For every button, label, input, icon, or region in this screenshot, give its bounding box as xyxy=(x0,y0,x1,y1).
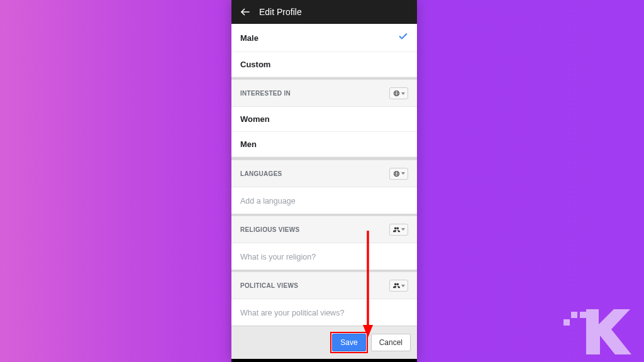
save-button[interactable]: Save xyxy=(332,334,365,351)
language-input[interactable] xyxy=(240,197,408,206)
chevron-down-icon xyxy=(401,228,405,231)
back-button[interactable] xyxy=(238,4,253,19)
stage: Edit Profile Male Custom INTERESTED IN xyxy=(0,0,644,362)
cancel-button[interactable]: Cancel xyxy=(371,334,411,351)
profile-form: Male Custom INTERESTED IN Women Me xyxy=(231,24,417,359)
privacy-selector-interested[interactable] xyxy=(389,87,408,99)
interested-heading: INTERESTED IN xyxy=(240,90,291,97)
friends-icon xyxy=(393,282,400,289)
politics-input-row[interactable] xyxy=(231,299,417,326)
chevron-down-icon xyxy=(401,92,405,95)
watermark-k xyxy=(562,304,631,354)
section-interested-in: INTERESTED IN xyxy=(231,79,417,107)
privacy-selector-languages[interactable] xyxy=(389,168,408,180)
politics-heading: POLITICAL VIEWS xyxy=(240,282,298,289)
globe-icon xyxy=(393,170,400,177)
interested-option-women[interactable]: Women xyxy=(231,107,417,132)
gender-option-custom[interactable]: Custom xyxy=(231,52,417,77)
religion-input[interactable] xyxy=(240,253,408,261)
politics-input[interactable] xyxy=(240,309,408,317)
check-icon xyxy=(398,31,408,44)
save-highlight: Save xyxy=(332,334,365,351)
privacy-selector-politics[interactable] xyxy=(389,280,408,292)
religion-input-row[interactable] xyxy=(231,243,417,270)
religion-heading: RELIGIOUS VIEWS xyxy=(240,226,300,233)
interested-women-label: Women xyxy=(240,114,270,124)
chevron-down-icon xyxy=(401,172,405,175)
language-input-row[interactable] xyxy=(231,187,417,214)
interested-option-men[interactable]: Men xyxy=(231,132,417,157)
privacy-selector-religion[interactable] xyxy=(389,224,408,236)
title-bar: Edit Profile xyxy=(231,0,417,24)
languages-heading: LANGUAGES xyxy=(240,170,282,177)
interested-men-label: Men xyxy=(240,140,257,149)
section-political-views: POLITICAL VIEWS xyxy=(231,272,417,299)
back-arrow-icon xyxy=(240,6,251,18)
form-footer: Save Cancel xyxy=(231,326,417,359)
section-languages: LANGUAGES xyxy=(231,160,417,187)
bottom-bar xyxy=(231,359,417,362)
chevron-down-icon xyxy=(401,285,405,287)
gender-custom-label: Custom xyxy=(240,60,270,69)
friends-icon xyxy=(393,226,400,233)
gender-male-label: Male xyxy=(240,33,258,43)
gender-option-male[interactable]: Male xyxy=(231,24,417,52)
phone-frame: Edit Profile Male Custom INTERESTED IN xyxy=(231,0,417,362)
section-religious-views: RELIGIOUS VIEWS xyxy=(231,216,417,243)
page-title: Edit Profile xyxy=(259,7,302,17)
globe-icon xyxy=(393,90,400,97)
